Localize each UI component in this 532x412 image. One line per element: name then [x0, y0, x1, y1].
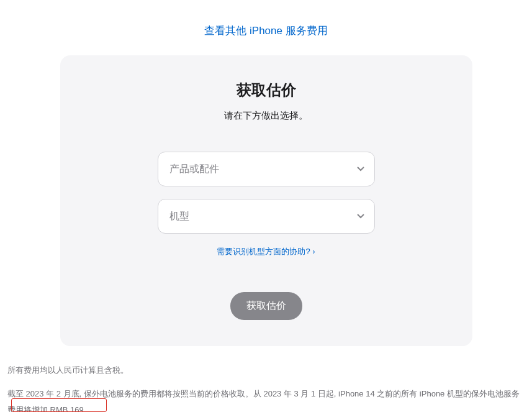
other-services-link[interactable]: 查看其他 iPhone 服务费用	[204, 25, 327, 37]
chevron-down-icon	[357, 213, 364, 220]
model-select[interactable]: 机型	[158, 199, 375, 234]
price-change-note-container: 截至 2023 年 2 月底, 保外电池服务的费用都将按照当前的价格收取。从 2…	[0, 378, 532, 412]
chevron-down-icon	[357, 165, 364, 173]
top-link-container: 查看其他 iPhone 服务费用	[0, 0, 532, 55]
get-estimate-button[interactable]: 获取估价	[230, 292, 302, 320]
estimate-card: 获取估价 请在下方做出选择。 产品或配件 机型 需要识别机型方面的协助?› 获取…	[60, 55, 472, 346]
identify-model-help-link[interactable]: 需要识别机型方面的协助?›	[217, 247, 315, 256]
product-select-placeholder: 产品或配件	[169, 163, 219, 176]
model-select-placeholder: 机型	[169, 210, 189, 223]
help-link-text: 需要识别机型方面的协助?	[217, 247, 310, 256]
tax-note: 所有费用均以人民币计算且含税。	[0, 346, 532, 378]
product-select[interactable]: 产品或配件	[158, 152, 375, 186]
product-select-wrapper: 产品或配件	[158, 152, 375, 186]
chevron-right-icon: ›	[313, 247, 315, 256]
price-change-note: 截至 2023 年 2 月底, 保外电池服务的费用都将按照当前的价格收取。从 2…	[7, 389, 520, 412]
model-select-wrapper: 机型	[158, 199, 375, 234]
help-link-container: 需要识别机型方面的协助?›	[85, 246, 448, 257]
card-title: 获取估价	[85, 80, 448, 100]
card-subtitle: 请在下方做出选择。	[85, 110, 448, 122]
